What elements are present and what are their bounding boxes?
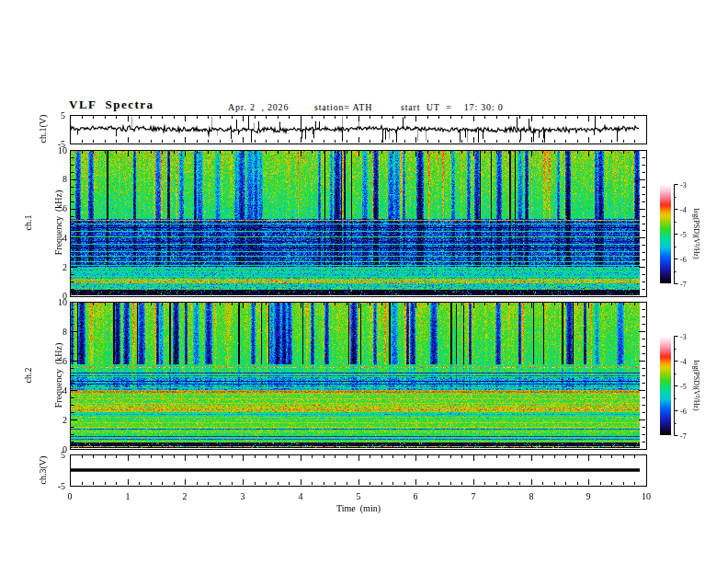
time-tick-label: 10: [635, 491, 657, 501]
ch2-spec-ylabel-line1: ch.2: [23, 343, 33, 408]
freq-tick-label: 2: [47, 262, 67, 272]
time-tick-label: 2: [174, 491, 196, 501]
vlf-spectra-figure: VLF Spectra Apr. 2 , 2026 station= ATH s…: [0, 0, 728, 563]
time-tick-label: 6: [404, 491, 427, 501]
freq-tick-label: 4: [47, 233, 67, 243]
time-tick-label: 4: [290, 491, 312, 501]
freq-tick-label: 10: [47, 297, 67, 307]
ch1-spec-ylabel: ch.1 Frequency (kHz): [3, 190, 84, 256]
ch2-spec-ylabel: ch.2 Frequency (kHz): [3, 343, 84, 408]
colorbar-tick-label: -7: [680, 280, 700, 290]
ch1-spec-ylabel-line1: ch.1: [23, 190, 33, 256]
time-tick-label: 3: [232, 491, 254, 501]
freq-tick-label: 8: [47, 327, 67, 337]
colorbar-tick-label: -3: [680, 180, 700, 190]
freq-tick-label: 2: [47, 415, 67, 425]
colorbar-tick-label: -7: [680, 431, 700, 442]
freq-tick-label: 10: [47, 145, 67, 155]
time-tick-label: 0: [59, 491, 81, 501]
freq-axis-label: Frequency (kHz): [53, 343, 63, 408]
volt-tick-label: -5: [45, 481, 65, 491]
freq-tick-label: 4: [47, 385, 67, 396]
volt-tick-label: 5: [45, 450, 65, 460]
time-tick-label: 9: [577, 491, 599, 501]
freq-axis-label: Frequency (kHz): [53, 190, 63, 256]
volt-tick-label: 5: [45, 110, 65, 121]
ch3-wave-ylabel: ch.3(V): [38, 456, 48, 485]
time-tick-label: 5: [347, 491, 370, 501]
time-axis-title: Time (min): [303, 503, 414, 513]
freq-tick-label: 8: [47, 174, 67, 184]
freq-tick-label: 6: [47, 203, 67, 213]
colorbar-label: log(PSD)(V²/Hz): [691, 360, 701, 410]
colorbar-label: log(PSD)(V²/Hz): [691, 208, 701, 259]
time-tick-label: 7: [462, 491, 484, 501]
axes-overlay-canvas: [0, 0, 728, 563]
colorbar-tick-label: -3: [680, 332, 700, 342]
time-tick-label: 1: [117, 491, 139, 501]
time-tick-label: 8: [520, 491, 542, 501]
freq-tick-label: 6: [47, 356, 67, 366]
